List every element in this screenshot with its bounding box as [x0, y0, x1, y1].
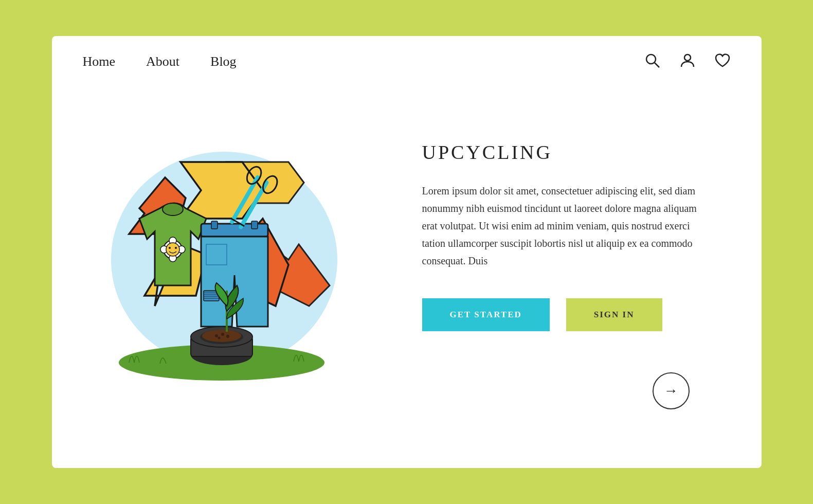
- next-arrow-button[interactable]: →: [653, 372, 690, 409]
- buttons-row: GET STARTED SIGN IN: [422, 298, 720, 331]
- svg-point-2: [684, 55, 691, 61]
- svg-point-18: [175, 247, 177, 249]
- svg-rect-21: [251, 221, 258, 229]
- svg-point-17: [169, 247, 171, 249]
- upcycling-illustration: [73, 111, 371, 440]
- get-started-button[interactable]: GET STARTED: [422, 298, 550, 331]
- header: Home About Blog: [52, 36, 762, 87]
- svg-point-38: [215, 334, 218, 337]
- svg-rect-20: [211, 221, 218, 229]
- illustration-area: [52, 98, 391, 453]
- arrow-right-icon: →: [664, 383, 678, 399]
- sign-in-button[interactable]: SIGN IN: [566, 298, 662, 331]
- svg-point-0: [646, 55, 656, 64]
- svg-line-1: [655, 63, 659, 67]
- svg-point-10: [162, 203, 183, 215]
- user-icon[interactable]: [679, 52, 696, 71]
- page-title: UPCYCLING: [422, 141, 720, 164]
- bottom-row: →: [422, 362, 720, 409]
- header-icons: [644, 52, 731, 71]
- svg-point-39: [221, 333, 224, 336]
- nav-home[interactable]: Home: [83, 54, 116, 69]
- nav-blog[interactable]: Blog: [210, 54, 237, 69]
- nav: Home About Blog: [83, 54, 644, 69]
- svg-point-37: [202, 330, 241, 342]
- search-icon[interactable]: [644, 52, 661, 71]
- nav-about[interactable]: About: [146, 54, 179, 69]
- description-text: Lorem ipsum dolor sit amet, consectetuer…: [422, 182, 700, 269]
- content-area: UPCYCLING Lorem ipsum dolor sit amet, co…: [391, 98, 762, 453]
- svg-point-40: [226, 335, 229, 338]
- heart-icon[interactable]: [714, 52, 731, 71]
- svg-point-16: [166, 243, 179, 256]
- svg-point-41: [218, 337, 220, 339]
- main-card: Home About Blog: [52, 36, 762, 468]
- main-body: UPCYCLING Lorem ipsum dolor sit amet, co…: [52, 87, 762, 468]
